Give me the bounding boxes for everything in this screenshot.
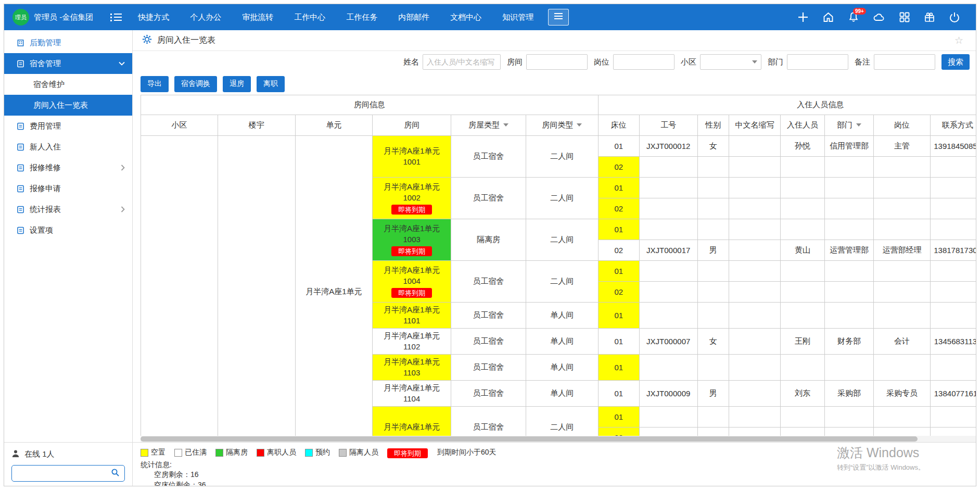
house-type-cell: 员工宿舍: [451, 136, 526, 178]
table-body: 月半湾A座1单元月半湾A座1单元1001员工宿舍二人间01JXJT000012女…: [141, 136, 976, 436]
gift-icon[interactable]: [924, 11, 935, 23]
name-abbr-cell: [729, 240, 781, 261]
name-abbr-cell: [729, 329, 781, 355]
occupant-cell: [781, 261, 824, 282]
bed-no-cell: 01: [598, 261, 639, 282]
column-header: 房间类型: [526, 115, 598, 136]
search-button[interactable]: 搜索: [941, 54, 970, 70]
filter-label: 房间: [507, 57, 523, 67]
column-filter-caret-icon[interactable]: [503, 123, 508, 127]
online-status: 在线 1人: [24, 449, 55, 459]
nav-item-2[interactable]: 审批流转: [242, 12, 273, 22]
sidebar-item-repair-apply[interactable]: 报修申请: [4, 178, 132, 199]
home-icon[interactable]: [822, 11, 834, 23]
occupant-cell: 刘东: [781, 381, 824, 407]
avatar-text: 理员: [15, 14, 27, 21]
emp-id-cell: [639, 407, 697, 428]
bell-icon[interactable]: 99+: [848, 11, 859, 23]
person-icon: [11, 449, 20, 459]
check-out-button[interactable]: 退房: [223, 76, 251, 92]
name-abbr-cell: [729, 355, 781, 381]
expiring-badge: 即将到期: [391, 288, 432, 298]
apps-grid-icon[interactable]: [899, 11, 910, 23]
sidebar-item-stats-report[interactable]: 统计报表: [4, 199, 132, 220]
more-menu-button[interactable]: [548, 9, 569, 26]
resign-button[interactable]: 离职: [257, 76, 285, 92]
name-abbr-cell: [729, 219, 781, 240]
cloud-icon[interactable]: [873, 11, 885, 23]
sidebar-item-newcomer-checkin[interactable]: 新人入住: [4, 136, 132, 157]
legend-item-2: 隔离房: [215, 448, 248, 457]
sidebar-item-fee-mgmt[interactable]: 费用管理: [4, 116, 132, 136]
occupant-cell: [781, 198, 824, 219]
filter-input[interactable]: [613, 54, 674, 70]
nav-item-6[interactable]: 文档中心: [450, 12, 481, 22]
column-filter-caret-icon[interactable]: [856, 123, 861, 127]
dept-cell: 运营管理部: [824, 240, 873, 261]
bed-row[interactable]: 月半湾A座1单元月半湾A座1单元1001员工宿舍二人间01JXJT000012女…: [141, 136, 976, 157]
favorite-star-icon[interactable]: ☆: [954, 34, 963, 46]
room-name: 月半湾A座1单元1003: [383, 223, 441, 245]
export-button[interactable]: 导出: [141, 76, 169, 92]
room-cell: 月半湾A座1单元1002即将到期: [373, 178, 451, 219]
sidebar-search-input[interactable]: [17, 469, 111, 478]
room-name: 月半湾A座1单元1101: [383, 305, 441, 326]
filter-select[interactable]: [700, 54, 761, 70]
document-icon: [17, 122, 24, 130]
sidebar-item-dorm-maintain[interactable]: 宿舍维护: [4, 74, 132, 95]
sidebar-item-repair-maintain[interactable]: 报修维修: [4, 157, 132, 178]
bed-no-cell: 01: [598, 381, 639, 407]
power-icon[interactable]: [949, 11, 960, 23]
nav-item-5[interactable]: 内部邮件: [398, 12, 429, 22]
plus-icon[interactable]: [797, 11, 809, 23]
nav-item-7[interactable]: 知识管理: [502, 12, 533, 22]
legend-expiring-badge: 即将到期: [387, 448, 428, 458]
gender-cell: 男: [697, 381, 729, 407]
filter-input[interactable]: [787, 54, 848, 70]
dorm-swap-button[interactable]: 宿舍调换: [174, 76, 217, 92]
column-header: 联系方式: [930, 115, 976, 136]
column-header-label: 岗位: [894, 120, 910, 129]
room-type-cell: 二人间: [526, 136, 598, 178]
filter-input[interactable]: [874, 54, 935, 70]
filter-field-1: 房间: [507, 54, 588, 70]
windows-watermark: 激活 Windows 转到“设置”以激活 Windows。: [837, 444, 925, 472]
table-wrap: 房间信息入住人员信息小区楼宇单元房间房屋类型房间类型床位工号性别中文名缩写入住人…: [141, 95, 976, 436]
horizontal-scrollbar[interactable]: [141, 436, 976, 442]
scrollbar-thumb[interactable]: [141, 436, 918, 442]
sidebar-toggle-icon[interactable]: [110, 12, 122, 22]
post-cell: [874, 178, 931, 198]
filter-bar: 姓名房间岗位小区部门备注 搜索: [133, 51, 976, 73]
legend-swatch: [141, 449, 148, 457]
nav-item-4[interactable]: 工作任务: [346, 12, 377, 22]
filter-label: 小区: [681, 57, 696, 67]
occupant-cell: [781, 428, 824, 436]
sidebar-item-settings[interactable]: 设置项: [4, 220, 132, 241]
filter-input[interactable]: [423, 54, 501, 70]
nav-item-0[interactable]: 快捷方式: [138, 12, 169, 22]
occupant-cell: [781, 219, 824, 240]
search-icon[interactable]: [111, 468, 120, 479]
sidebar-item-room-occupancy-list[interactable]: 房间入住一览表: [4, 95, 132, 116]
column-header-label: 联系方式: [942, 120, 973, 129]
gender-cell: [697, 282, 729, 303]
document-icon: [17, 164, 24, 172]
filter-field-4: 部门: [768, 54, 848, 70]
nav-item-3[interactable]: 工作中心: [294, 12, 325, 22]
filter-input[interactable]: [526, 54, 588, 70]
room-type-cell: 单人间: [526, 303, 598, 329]
main-area: 房间入住一览表 ☆ 姓名房间岗位小区部门备注 搜索 导出宿舍调换退房离职 房间信…: [133, 30, 976, 486]
dept-cell: [824, 303, 873, 329]
sidebar-item-dorm-mgmt[interactable]: 宿舍管理: [4, 53, 132, 74]
column-filter-caret-icon[interactable]: [577, 123, 582, 127]
avatar[interactable]: 理员: [12, 9, 29, 26]
dept-cell: [824, 157, 873, 178]
bed-no-cell: 01: [598, 178, 639, 198]
column-header: 楼宇: [218, 115, 295, 136]
group-header-row: 房间信息入住人员信息: [141, 95, 976, 115]
sidebar-item-label: 统计报表: [30, 205, 61, 215]
dept-cell: 信用管理部: [824, 136, 873, 157]
sidebar-item-logistics-mgmt[interactable]: 后勤管理: [4, 32, 132, 53]
room-cell: 月半湾A座1单元1103: [373, 355, 451, 381]
nav-item-1[interactable]: 个人办公: [190, 12, 221, 22]
